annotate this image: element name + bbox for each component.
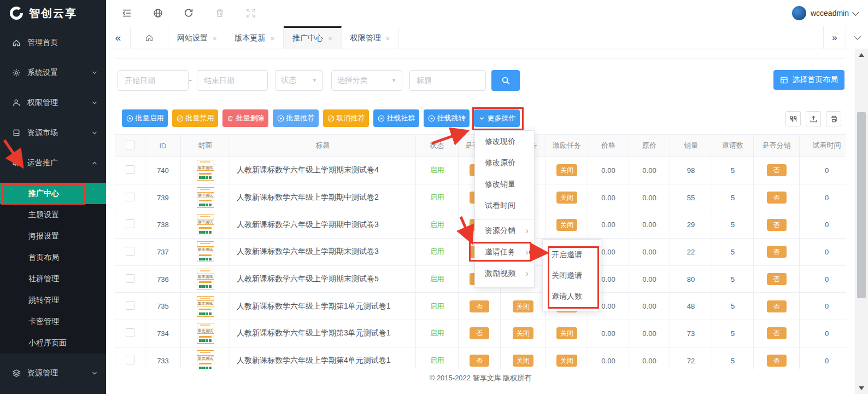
menu-item[interactable]: 修改销量	[475, 173, 534, 195]
sidebar-subitem[interactable]: 卡密管理	[0, 311, 106, 332]
distribute-badge[interactable]: 否	[767, 300, 787, 312]
cover-thumbnail[interactable]: 期中测试	[197, 187, 214, 208]
menu-item[interactable]: 邀请任务	[475, 241, 534, 263]
vertical-scrollbar[interactable]	[855, 49, 868, 394]
tabs-scroll-right-button[interactable]: »	[823, 26, 846, 49]
choose-home-layout-button[interactable]: 选择首页布局	[773, 70, 844, 90]
row-checkbox[interactable]	[126, 274, 134, 283]
incentive-task-badge[interactable]: 关闭	[556, 192, 577, 204]
tab[interactable]: 网站设置 ×	[168, 26, 226, 49]
tab[interactable]: 版本更新 ×	[226, 26, 284, 49]
cover-thumbnail[interactable]: 期末测试	[197, 160, 214, 181]
row-checkbox[interactable]	[126, 328, 134, 337]
sidebar-item-resource-market[interactable]: 资源市场	[0, 121, 106, 145]
menu-item[interactable]: 修改原价	[475, 152, 534, 173]
tabs-menu-button[interactable]	[846, 26, 868, 49]
invite-task-badge[interactable]: 关闭	[513, 327, 533, 339]
print-button[interactable]	[826, 111, 841, 126]
sidebar-subitem[interactable]: 跳转管理	[0, 289, 106, 311]
incentive-task-badge[interactable]: 关闭	[556, 355, 577, 367]
cover-thumbnail[interactable]: 单元测试	[197, 350, 214, 369]
recommend-badge[interactable]: 否	[470, 355, 489, 367]
row-checkbox[interactable]	[126, 219, 134, 228]
scroll-up-arrow[interactable]	[859, 53, 864, 57]
sidebar-subitem[interactable]: 海报设置	[0, 225, 106, 247]
cover-thumbnail[interactable]: 期末测试	[197, 241, 214, 262]
select-all-checkbox[interactable]	[126, 141, 134, 149]
incentive-task-badge[interactable]: 关闭	[556, 219, 577, 231]
batch-action-button[interactable]: 批量启用	[122, 109, 168, 127]
menu-item[interactable]: 修改现价	[475, 131, 534, 152]
row-checkbox[interactable]	[126, 165, 134, 174]
category-select[interactable]: 选择分类 ▼	[331, 70, 402, 91]
batch-action-button[interactable]: 批量推荐	[273, 109, 319, 127]
batch-action-button[interactable]: 批量删除	[222, 109, 268, 127]
collapse-menu-icon[interactable]	[121, 8, 132, 19]
cover-thumbnail[interactable]: 单元测试	[197, 296, 214, 317]
sidebar-item-system-settings[interactable]: 系统设置	[0, 61, 106, 85]
sidebar-subitem[interactable]: 首页布局	[0, 247, 106, 268]
trash-icon[interactable]	[214, 8, 225, 19]
title-input[interactable]	[409, 70, 486, 91]
submenu-item[interactable]: 关闭邀请	[543, 265, 601, 286]
sidebar-item-permissions[interactable]: 权限管理	[0, 91, 106, 115]
batch-action-button[interactable]: 挂载社群	[373, 109, 419, 127]
row-checkbox[interactable]	[126, 193, 134, 201]
tab[interactable]: 权限管理 ×	[342, 26, 400, 49]
tab-close-icon[interactable]: ×	[271, 34, 275, 43]
distribute-badge[interactable]: 否	[767, 246, 787, 258]
distribute-badge[interactable]: 否	[767, 273, 787, 285]
column-settings-button[interactable]	[785, 111, 801, 126]
sidebar-item-operations[interactable]: 运营推广	[0, 151, 106, 175]
distribute-badge[interactable]: 否	[767, 192, 787, 204]
scroll-down-arrow[interactable]	[859, 386, 864, 390]
row-checkbox[interactable]	[126, 247, 134, 256]
distribute-badge[interactable]: 否	[767, 219, 787, 231]
recommend-badge[interactable]: 否	[470, 327, 489, 339]
sidebar-item-resource-management[interactable]: 资源管理	[0, 361, 106, 385]
tab-close-icon[interactable]: ×	[328, 34, 332, 43]
incentive-task-badge[interactable]: 关闭	[556, 327, 577, 339]
invite-task-badge[interactable]: 关闭	[513, 300, 533, 312]
batch-action-button[interactable]: 批量禁用	[172, 109, 218, 127]
end-date-input[interactable]	[197, 70, 268, 91]
tab[interactable]: 推广中心 ×	[284, 26, 342, 49]
user-menu[interactable]: wcceadmin	[792, 0, 858, 26]
sidebar-subitem[interactable]: 推广中心	[0, 183, 106, 204]
row-checkbox[interactable]	[126, 301, 134, 310]
batch-action-button[interactable]: 取消推荐	[323, 109, 369, 127]
cover-thumbnail[interactable]: 期中测试	[197, 215, 214, 235]
row-checkbox[interactable]	[126, 356, 134, 364]
invite-task-badge[interactable]: 关闭	[513, 355, 533, 367]
globe-icon[interactable]	[153, 8, 163, 19]
batch-action-button[interactable]: 更多操作	[474, 109, 520, 127]
cover-thumbnail[interactable]: 期末测试	[197, 269, 214, 289]
fullscreen-icon[interactable]	[245, 8, 256, 19]
sidebar-subitem[interactable]: 小程序页面	[0, 332, 106, 354]
refresh-icon[interactable]	[183, 8, 194, 19]
scrollbar-thumb[interactable]	[857, 112, 866, 298]
menu-item[interactable]: 试看时间	[475, 195, 534, 216]
distribute-badge[interactable]: 否	[767, 164, 787, 176]
submenu-item[interactable]: 开启邀请	[543, 244, 601, 265]
batch-action-button[interactable]: 挂载跳转	[424, 109, 470, 127]
tabs-collapse-button[interactable]: «	[106, 26, 131, 49]
sidebar-subitem[interactable]: 主题设置	[0, 204, 106, 225]
status-select[interactable]: 状态 ▼	[275, 70, 323, 91]
sidebar-subitem[interactable]: 社群管理	[0, 268, 106, 289]
cover-thumbnail[interactable]: 单元测试	[197, 323, 214, 344]
incentive-task-badge[interactable]: 关闭	[556, 164, 577, 176]
recommend-badge[interactable]: 否	[470, 300, 489, 312]
distribute-badge[interactable]: 否	[767, 327, 787, 339]
sidebar-item-home[interactable]: 管理首页	[0, 31, 106, 55]
search-button[interactable]	[491, 70, 520, 91]
export-button[interactable]	[806, 111, 821, 126]
menu-item[interactable]: 激励视频	[475, 263, 534, 284]
submenu-item[interactable]: 邀请人数	[543, 286, 601, 306]
distribute-badge[interactable]: 否	[767, 355, 787, 367]
start-date-input[interactable]	[118, 70, 189, 91]
tab-close-icon[interactable]: ×	[386, 34, 390, 43]
tab-home[interactable]	[131, 26, 168, 49]
menu-item[interactable]: 资源分销	[475, 219, 534, 241]
tab-close-icon[interactable]: ×	[213, 34, 217, 43]
